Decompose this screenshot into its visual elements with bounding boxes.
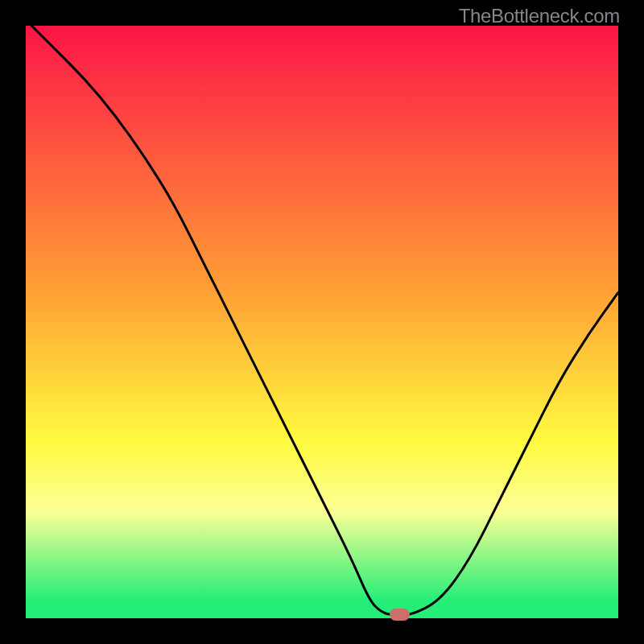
optimal-marker [390, 609, 410, 621]
chart-frame: TheBottleneck.com [0, 0, 644, 644]
bottleneck-chart [26, 26, 618, 618]
watermark-text: TheBottleneck.com [459, 5, 620, 27]
